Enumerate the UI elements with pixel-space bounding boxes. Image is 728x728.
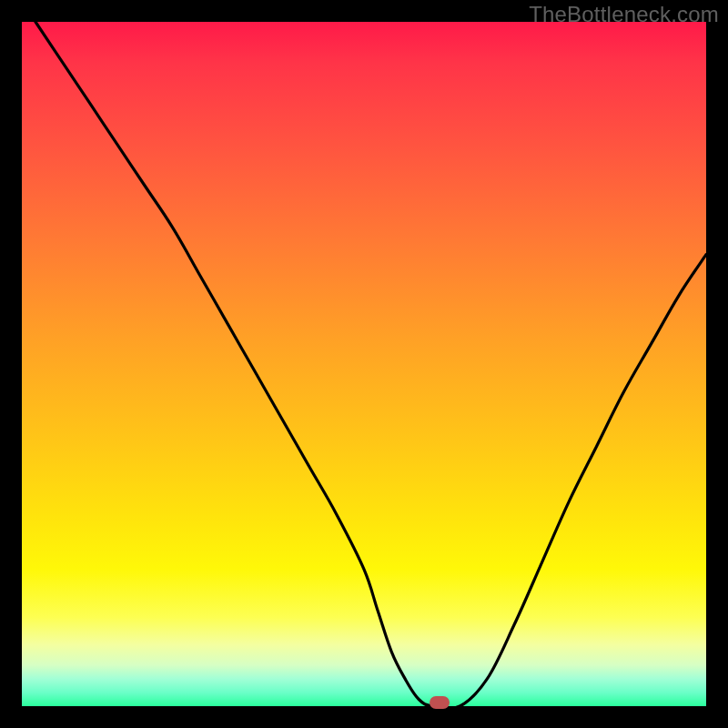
bottleneck-curve xyxy=(22,22,706,706)
plot-area xyxy=(22,22,706,706)
optimum-marker xyxy=(430,696,450,709)
chart-frame: TheBottleneck.com xyxy=(0,0,728,728)
watermark-text: TheBottleneck.com xyxy=(529,2,719,27)
